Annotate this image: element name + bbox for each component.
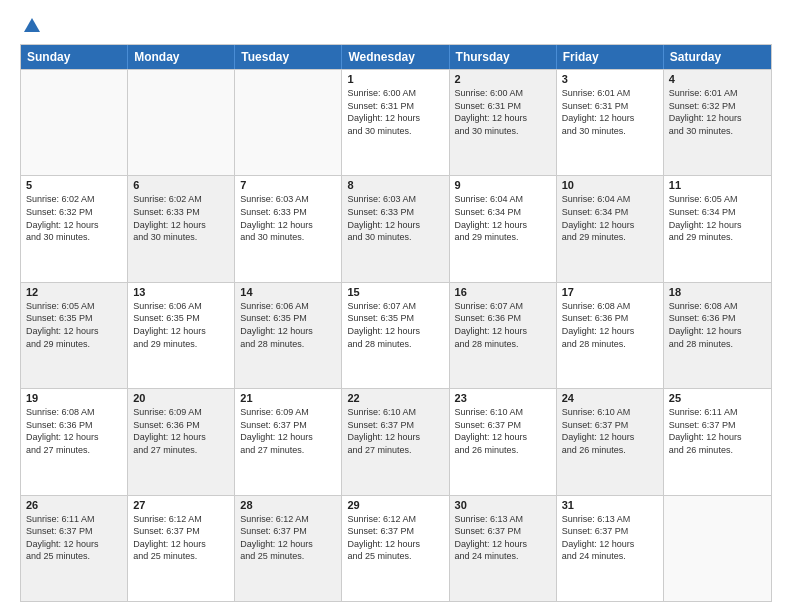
header-day-monday: Monday (128, 45, 235, 69)
day-cell-14: 14Sunrise: 6:06 AM Sunset: 6:35 PM Dayli… (235, 283, 342, 388)
day-info: Sunrise: 6:04 AM Sunset: 6:34 PM Dayligh… (562, 193, 658, 243)
day-info: Sunrise: 6:01 AM Sunset: 6:31 PM Dayligh… (562, 87, 658, 137)
day-number: 13 (133, 286, 229, 298)
day-number: 1 (347, 73, 443, 85)
svg-marker-0 (24, 18, 40, 32)
day-cell-8: 8Sunrise: 6:03 AM Sunset: 6:33 PM Daylig… (342, 176, 449, 281)
day-cell-5: 5Sunrise: 6:02 AM Sunset: 6:32 PM Daylig… (21, 176, 128, 281)
day-number: 30 (455, 499, 551, 511)
header-day-saturday: Saturday (664, 45, 771, 69)
day-cell-12: 12Sunrise: 6:05 AM Sunset: 6:35 PM Dayli… (21, 283, 128, 388)
day-cell-29: 29Sunrise: 6:12 AM Sunset: 6:37 PM Dayli… (342, 496, 449, 601)
day-info: Sunrise: 6:03 AM Sunset: 6:33 PM Dayligh… (240, 193, 336, 243)
logo (20, 16, 42, 36)
day-info: Sunrise: 6:08 AM Sunset: 6:36 PM Dayligh… (669, 300, 766, 350)
day-number: 7 (240, 179, 336, 191)
header-day-wednesday: Wednesday (342, 45, 449, 69)
day-number: 3 (562, 73, 658, 85)
day-info: Sunrise: 6:06 AM Sunset: 6:35 PM Dayligh… (240, 300, 336, 350)
day-info: Sunrise: 6:02 AM Sunset: 6:33 PM Dayligh… (133, 193, 229, 243)
day-number: 18 (669, 286, 766, 298)
day-cell-25: 25Sunrise: 6:11 AM Sunset: 6:37 PM Dayli… (664, 389, 771, 494)
day-number: 24 (562, 392, 658, 404)
header-day-tuesday: Tuesday (235, 45, 342, 69)
day-cell-7: 7Sunrise: 6:03 AM Sunset: 6:33 PM Daylig… (235, 176, 342, 281)
day-info: Sunrise: 6:10 AM Sunset: 6:37 PM Dayligh… (562, 406, 658, 456)
day-number: 15 (347, 286, 443, 298)
day-info: Sunrise: 6:07 AM Sunset: 6:35 PM Dayligh… (347, 300, 443, 350)
day-number: 29 (347, 499, 443, 511)
day-number: 19 (26, 392, 122, 404)
day-number: 10 (562, 179, 658, 191)
day-info: Sunrise: 6:12 AM Sunset: 6:37 PM Dayligh… (240, 513, 336, 563)
day-number: 4 (669, 73, 766, 85)
day-cell-9: 9Sunrise: 6:04 AM Sunset: 6:34 PM Daylig… (450, 176, 557, 281)
day-number: 21 (240, 392, 336, 404)
day-cell-20: 20Sunrise: 6:09 AM Sunset: 6:36 PM Dayli… (128, 389, 235, 494)
day-cell-19: 19Sunrise: 6:08 AM Sunset: 6:36 PM Dayli… (21, 389, 128, 494)
day-cell-16: 16Sunrise: 6:07 AM Sunset: 6:36 PM Dayli… (450, 283, 557, 388)
day-info: Sunrise: 6:06 AM Sunset: 6:35 PM Dayligh… (133, 300, 229, 350)
page: SundayMondayTuesdayWednesdayThursdayFrid… (0, 0, 792, 612)
day-info: Sunrise: 6:10 AM Sunset: 6:37 PM Dayligh… (347, 406, 443, 456)
day-info: Sunrise: 6:12 AM Sunset: 6:37 PM Dayligh… (347, 513, 443, 563)
day-cell-22: 22Sunrise: 6:10 AM Sunset: 6:37 PM Dayli… (342, 389, 449, 494)
calendar-row-1: 5Sunrise: 6:02 AM Sunset: 6:32 PM Daylig… (21, 175, 771, 281)
day-number: 12 (26, 286, 122, 298)
header (20, 16, 772, 36)
day-cell-30: 30Sunrise: 6:13 AM Sunset: 6:37 PM Dayli… (450, 496, 557, 601)
day-info: Sunrise: 6:09 AM Sunset: 6:37 PM Dayligh… (240, 406, 336, 456)
day-info: Sunrise: 6:09 AM Sunset: 6:36 PM Dayligh… (133, 406, 229, 456)
day-cell-24: 24Sunrise: 6:10 AM Sunset: 6:37 PM Dayli… (557, 389, 664, 494)
day-cell-21: 21Sunrise: 6:09 AM Sunset: 6:37 PM Dayli… (235, 389, 342, 494)
day-cell-26: 26Sunrise: 6:11 AM Sunset: 6:37 PM Dayli… (21, 496, 128, 601)
day-info: Sunrise: 6:08 AM Sunset: 6:36 PM Dayligh… (26, 406, 122, 456)
day-cell-empty (21, 70, 128, 175)
day-cell-23: 23Sunrise: 6:10 AM Sunset: 6:37 PM Dayli… (450, 389, 557, 494)
header-day-thursday: Thursday (450, 45, 557, 69)
day-number: 2 (455, 73, 551, 85)
logo-icon (22, 16, 42, 36)
day-cell-empty (235, 70, 342, 175)
day-number: 28 (240, 499, 336, 511)
day-number: 27 (133, 499, 229, 511)
day-number: 6 (133, 179, 229, 191)
day-cell-2: 2Sunrise: 6:00 AM Sunset: 6:31 PM Daylig… (450, 70, 557, 175)
day-info: Sunrise: 6:10 AM Sunset: 6:37 PM Dayligh… (455, 406, 551, 456)
day-cell-11: 11Sunrise: 6:05 AM Sunset: 6:34 PM Dayli… (664, 176, 771, 281)
day-cell-6: 6Sunrise: 6:02 AM Sunset: 6:33 PM Daylig… (128, 176, 235, 281)
day-info: Sunrise: 6:05 AM Sunset: 6:34 PM Dayligh… (669, 193, 766, 243)
day-info: Sunrise: 6:04 AM Sunset: 6:34 PM Dayligh… (455, 193, 551, 243)
calendar: SundayMondayTuesdayWednesdayThursdayFrid… (20, 44, 772, 602)
day-number: 26 (26, 499, 122, 511)
day-number: 8 (347, 179, 443, 191)
day-number: 25 (669, 392, 766, 404)
calendar-row-2: 12Sunrise: 6:05 AM Sunset: 6:35 PM Dayli… (21, 282, 771, 388)
day-number: 17 (562, 286, 658, 298)
day-info: Sunrise: 6:11 AM Sunset: 6:37 PM Dayligh… (26, 513, 122, 563)
day-cell-4: 4Sunrise: 6:01 AM Sunset: 6:32 PM Daylig… (664, 70, 771, 175)
day-info: Sunrise: 6:13 AM Sunset: 6:37 PM Dayligh… (562, 513, 658, 563)
day-info: Sunrise: 6:12 AM Sunset: 6:37 PM Dayligh… (133, 513, 229, 563)
day-number: 9 (455, 179, 551, 191)
day-info: Sunrise: 6:05 AM Sunset: 6:35 PM Dayligh… (26, 300, 122, 350)
calendar-row-4: 26Sunrise: 6:11 AM Sunset: 6:37 PM Dayli… (21, 495, 771, 601)
day-info: Sunrise: 6:13 AM Sunset: 6:37 PM Dayligh… (455, 513, 551, 563)
calendar-body: 1Sunrise: 6:00 AM Sunset: 6:31 PM Daylig… (21, 69, 771, 601)
day-cell-13: 13Sunrise: 6:06 AM Sunset: 6:35 PM Dayli… (128, 283, 235, 388)
day-cell-27: 27Sunrise: 6:12 AM Sunset: 6:37 PM Dayli… (128, 496, 235, 601)
day-number: 23 (455, 392, 551, 404)
day-number: 22 (347, 392, 443, 404)
header-day-friday: Friday (557, 45, 664, 69)
day-number: 16 (455, 286, 551, 298)
day-number: 5 (26, 179, 122, 191)
day-cell-28: 28Sunrise: 6:12 AM Sunset: 6:37 PM Dayli… (235, 496, 342, 601)
day-cell-31: 31Sunrise: 6:13 AM Sunset: 6:37 PM Dayli… (557, 496, 664, 601)
day-info: Sunrise: 6:02 AM Sunset: 6:32 PM Dayligh… (26, 193, 122, 243)
day-info: Sunrise: 6:00 AM Sunset: 6:31 PM Dayligh… (347, 87, 443, 137)
day-number: 20 (133, 392, 229, 404)
day-number: 14 (240, 286, 336, 298)
day-cell-3: 3Sunrise: 6:01 AM Sunset: 6:31 PM Daylig… (557, 70, 664, 175)
day-number: 31 (562, 499, 658, 511)
calendar-row-0: 1Sunrise: 6:00 AM Sunset: 6:31 PM Daylig… (21, 69, 771, 175)
